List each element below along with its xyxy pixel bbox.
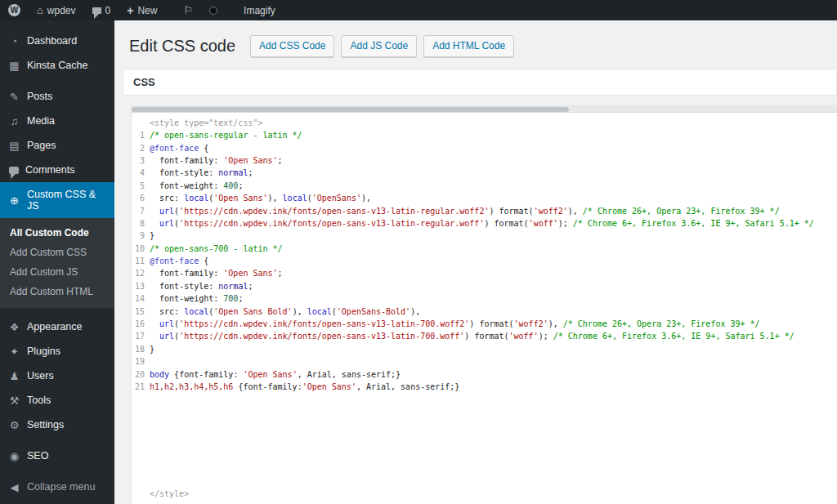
line-number: 19 bbox=[132, 355, 150, 368]
token-str: 'woff' bbox=[509, 332, 539, 341]
sidebar-item-media[interactable]: ♫Media bbox=[0, 109, 114, 133]
plugins-plug-icon: ✦ bbox=[8, 346, 20, 357]
sidebar-item-label: Users bbox=[27, 370, 54, 381]
menu-separator bbox=[0, 308, 114, 314]
token-str: 'https://cdn.wpdev.ink/fonts/open-sans-v… bbox=[179, 332, 464, 341]
imagify-menu[interactable]: Imagify bbox=[235, 0, 284, 20]
sidebar-item-label: Collapse menu bbox=[27, 481, 95, 493]
line-number: 14 bbox=[132, 292, 150, 305]
sidebar-item-seo[interactable]: ◉SEO bbox=[0, 444, 114, 468]
sidebar-item-appearance[interactable]: ❖Appearance bbox=[0, 314, 114, 339]
code-line: 4 font-style: normal; bbox=[132, 167, 837, 179]
sidebar-item-comments[interactable]: Comments bbox=[0, 158, 114, 182]
wp-logo-menu[interactable]: W bbox=[0, 0, 29, 20]
token-meta: </style> bbox=[150, 489, 189, 498]
line-number: 12 bbox=[132, 267, 150, 279]
sidebar-item-posts[interactable]: ✎Posts bbox=[0, 84, 114, 109]
token-pln: ; bbox=[238, 181, 243, 190]
code-line: 17 url('https://cdn.wpdev.ink/fonts/open… bbox=[132, 330, 837, 342]
submenu-item-add-custom-css[interactable]: Add Custom CSS bbox=[0, 243, 114, 262]
token-str: 'woff2' bbox=[514, 319, 548, 328]
token-tag: body bbox=[150, 370, 169, 379]
site-name-menu[interactable]: ⌂ wpdev bbox=[29, 0, 84, 20]
sidebar-item-pages[interactable]: ▤Pages bbox=[0, 133, 114, 158]
line-number: 16 bbox=[132, 318, 150, 330]
token-pln: ) format( bbox=[469, 319, 513, 328]
css-panel: CSS bbox=[123, 69, 837, 96]
code-text: @font-face { bbox=[150, 142, 208, 154]
code-text: font-weight: 400; bbox=[150, 180, 243, 192]
scrollbar-thumb[interactable] bbox=[132, 107, 569, 112]
token-pln: } bbox=[150, 231, 154, 240]
line-number: 5 bbox=[132, 180, 150, 192]
add-js-code-button[interactable]: Add JS Code bbox=[341, 35, 417, 57]
comments-menu[interactable]: 0 bbox=[84, 0, 119, 20]
sidebar-item-tools[interactable]: ⚒Tools bbox=[0, 388, 114, 413]
token-pln: , Arial, sans-serif;} bbox=[356, 382, 459, 391]
new-label: New bbox=[137, 5, 157, 16]
wordpress-logo-icon: W bbox=[8, 4, 20, 16]
admin-bar-gap bbox=[226, 0, 235, 20]
submenu-item-add-custom-js[interactable]: Add Custom JS bbox=[0, 262, 114, 282]
flag-menu[interactable]: ⚐ bbox=[175, 0, 201, 20]
sidebar-item-settings[interactable]: ⚙Settings bbox=[0, 413, 114, 437]
panel-title[interactable]: CSS bbox=[123, 69, 836, 95]
token-pln: { bbox=[233, 382, 243, 391]
token-str: 'woff' bbox=[529, 219, 558, 228]
main-content: Edit CSS code Add CSS CodeAdd JS CodeAdd… bbox=[114, 0, 837, 504]
token-pln: , Arial, sans-serif;} bbox=[298, 370, 401, 379]
token-def: @font-face bbox=[150, 256, 199, 265]
users-person-icon: ♟ bbox=[8, 371, 20, 381]
imagify-dot-icon bbox=[209, 7, 217, 15]
dashboard-gauge-icon: ◔ bbox=[8, 36, 20, 47]
editor-empty-space bbox=[132, 393, 837, 488]
plus-icon: + bbox=[127, 5, 133, 16]
code-line: 12 font-family: 'Open Sans'; bbox=[132, 267, 837, 279]
add-html-code-button[interactable]: Add HTML Code bbox=[423, 35, 514, 57]
home-icon: ⌂ bbox=[37, 5, 43, 16]
token-prop: src bbox=[159, 307, 174, 316]
submenu-item-add-custom-html[interactable]: Add Custom HTML bbox=[0, 282, 114, 301]
sidebar-item-plugins[interactable]: ✦Plugins bbox=[0, 339, 114, 364]
css-code-editor[interactable]: <style type="text/css">1/* open-sans-reg… bbox=[131, 105, 837, 504]
sidebar-item-label: Media bbox=[27, 115, 55, 127]
code-line: 3 font-family: 'Open Sans'; bbox=[132, 154, 837, 167]
token-str: 'Open Sans' bbox=[243, 370, 297, 379]
token-pln bbox=[150, 307, 159, 316]
editor-scrollbar-horizontal[interactable] bbox=[132, 106, 837, 113]
token-fn: local bbox=[283, 194, 307, 203]
token-pln bbox=[150, 168, 159, 177]
code-lines[interactable]: <style type="text/css">1/* open-sans-reg… bbox=[132, 113, 837, 504]
posts-pin-icon: ✎ bbox=[8, 91, 20, 102]
code-line: 7 url('https://cdn.wpdev.ink/fonts/open-… bbox=[132, 205, 837, 217]
token-pln: ; bbox=[278, 156, 283, 165]
token-fn: local bbox=[307, 307, 332, 316]
token-pln: ), bbox=[410, 307, 420, 316]
new-content-menu[interactable]: + New bbox=[119, 0, 165, 20]
token-prop: font-weight bbox=[159, 181, 213, 190]
code-line: 6 src: local('Open Sans'), local('OpenSa… bbox=[132, 192, 837, 204]
sidebar-item-collapse-menu[interactable]: ◀Collapse menu bbox=[0, 475, 114, 499]
code-line: 5 font-weight: 400; bbox=[132, 180, 837, 192]
token-def: @font-face bbox=[150, 144, 199, 153]
submenu-item-all-custom-code[interactable]: All Custom Code bbox=[0, 223, 114, 243]
token-pln: } bbox=[150, 345, 154, 354]
token-pln: ; bbox=[238, 294, 243, 303]
add-css-code-button[interactable]: Add CSS Code bbox=[250, 35, 334, 57]
sidebar-item-users[interactable]: ♟Users bbox=[0, 364, 114, 388]
token-pln: ), bbox=[568, 207, 583, 216]
sidebar-item-kinsta-cache[interactable]: ▦Kinsta Cache bbox=[0, 53, 114, 78]
token-prop: font-family bbox=[243, 382, 297, 391]
sidebar-item-label: Comments bbox=[25, 164, 74, 176]
code-text: body {font-family: 'Open Sans', Arial, s… bbox=[150, 368, 401, 381]
token-pln bbox=[150, 319, 159, 328]
token-num: 400 bbox=[223, 181, 238, 190]
token-com: /* Chrome 26+, Opera 23+, Firefox 39+ */ bbox=[563, 319, 760, 328]
sidebar-item-dashboard[interactable]: ◔Dashboard bbox=[0, 29, 114, 53]
sidebar-item-custom-css-js[interactable]: ⊕Custom CSS & JS bbox=[0, 182, 114, 218]
sidebar-item-label: Pages bbox=[27, 140, 56, 151]
code-line: 1/* open-sans-regular - latin */ bbox=[132, 129, 837, 141]
collapse-arrow-icon: ◀ bbox=[8, 482, 20, 493]
imagify-dot-menu[interactable] bbox=[201, 0, 226, 20]
token-str: 'woff2' bbox=[534, 207, 568, 216]
